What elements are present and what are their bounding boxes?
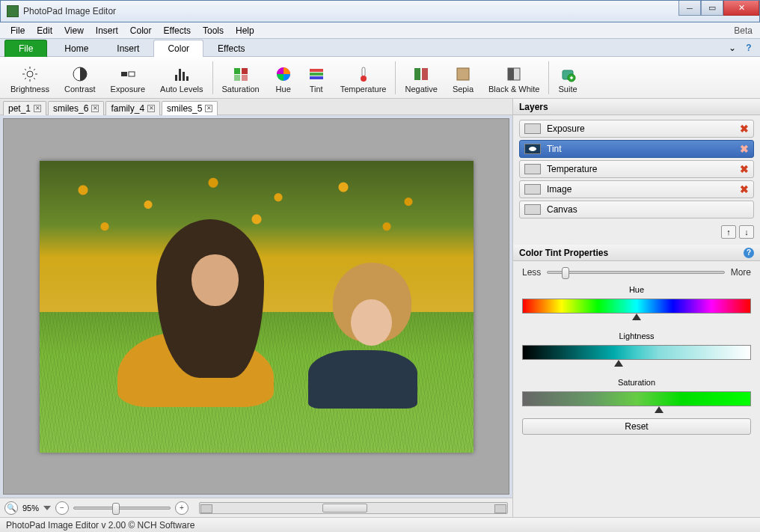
brightness-icon xyxy=(21,65,39,83)
maximize-button[interactable]: ▭ xyxy=(701,1,723,16)
ribbon-tab-file[interactable]: File xyxy=(4,40,47,57)
move-layer-down-button[interactable]: ↓ xyxy=(739,225,754,239)
svg-rect-30 xyxy=(508,68,514,80)
svg-rect-23 xyxy=(310,76,323,79)
help-icon[interactable]: ? xyxy=(742,41,756,55)
menu-effects[interactable]: Effects xyxy=(158,24,197,37)
delete-layer-icon[interactable]: ✖ xyxy=(740,163,749,175)
layer-tint[interactable]: Tint✖ xyxy=(519,140,754,158)
toolbar-separator xyxy=(548,61,549,94)
close-icon[interactable]: ✕ xyxy=(205,105,212,112)
move-layer-up-button[interactable]: ↑ xyxy=(721,225,736,239)
svg-rect-17 xyxy=(242,68,248,74)
close-icon[interactable]: ✕ xyxy=(147,105,155,112)
delete-layer-icon[interactable]: ✖ xyxy=(740,123,749,135)
tool-sepia[interactable]: Sepia xyxy=(445,61,481,95)
menu-bar: File Edit View Insert Color Effects Tool… xyxy=(0,22,760,39)
zoom-out-icon[interactable]: − xyxy=(55,501,69,515)
zoom-tool-icon[interactable]: 🔍 xyxy=(4,501,18,515)
blackwhite-icon xyxy=(505,65,523,83)
close-icon[interactable]: ✕ xyxy=(34,105,41,112)
less-label: Less xyxy=(522,267,541,278)
layer-thumb-icon xyxy=(524,164,541,174)
layer-exposure[interactable]: Exposure✖ xyxy=(519,120,754,138)
zoom-percent: 95% xyxy=(22,504,39,513)
status-bar: PhotoPad Image Editor v 2.00 © NCH Softw… xyxy=(0,517,760,532)
toolbar-separator xyxy=(395,61,396,94)
ribbon-tab-color[interactable]: Color xyxy=(153,40,203,57)
menu-help[interactable]: Help xyxy=(230,24,260,37)
tool-saturation[interactable]: Saturation xyxy=(215,61,267,95)
menu-view[interactable]: View xyxy=(58,24,90,37)
doc-tab-smiles5[interactable]: smiles_5✕ xyxy=(162,101,218,115)
svg-rect-22 xyxy=(310,73,323,76)
ribbon-tab-insert[interactable]: Insert xyxy=(102,40,153,57)
lightness-slider[interactable] xyxy=(522,345,751,360)
menu-insert[interactable]: Insert xyxy=(90,24,124,37)
saturation-slider[interactable] xyxy=(522,391,751,406)
svg-line-7 xyxy=(25,78,26,79)
toolbar-separator xyxy=(212,61,213,94)
zoom-dropdown-icon[interactable] xyxy=(43,506,51,510)
tool-autolevels[interactable]: Auto Levels xyxy=(153,61,210,95)
svg-rect-19 xyxy=(242,75,248,81)
temperature-icon xyxy=(355,65,373,83)
tool-exposure[interactable]: Exposure xyxy=(103,61,153,95)
layers-header: Layers xyxy=(513,99,760,115)
svg-rect-14 xyxy=(183,72,185,81)
layer-canvas[interactable]: Canvas✖ xyxy=(519,201,754,218)
close-button[interactable]: ✕ xyxy=(723,1,759,16)
doc-tab-family4[interactable]: family_4✕ xyxy=(105,101,160,115)
doc-tab-smiles6[interactable]: smiles_6✕ xyxy=(48,101,104,115)
layer-thumb-icon xyxy=(524,184,541,195)
intensity-slider[interactable] xyxy=(547,271,724,274)
layer-order-controls: ↑ ↓ xyxy=(513,222,760,245)
menu-edit[interactable]: Edit xyxy=(31,24,58,37)
title-bar: PhotoPad Image Editor ─ ▭ ✕ xyxy=(0,0,760,22)
canvas-viewport[interactable] xyxy=(3,118,509,495)
tool-suite[interactable]: Suite xyxy=(551,61,584,95)
svg-rect-15 xyxy=(186,76,189,81)
doc-tab-pet1[interactable]: pet_1✕ xyxy=(3,101,46,115)
svg-rect-24 xyxy=(362,67,365,76)
tool-negative[interactable]: Negative xyxy=(397,61,444,95)
zoom-in-icon[interactable]: + xyxy=(175,501,189,515)
tool-temperature[interactable]: Temperature xyxy=(333,61,394,95)
hue-slider[interactable] xyxy=(522,299,751,314)
layer-thumb-icon xyxy=(524,123,541,134)
svg-rect-16 xyxy=(234,68,240,74)
properties-help-icon[interactable]: ? xyxy=(744,248,754,258)
minimize-button[interactable]: ─ xyxy=(678,1,701,16)
zoom-bar: 🔍 95% − + xyxy=(0,498,512,517)
reset-button[interactable]: Reset xyxy=(522,418,751,435)
delete-layer-icon[interactable]: ✖ xyxy=(740,143,749,155)
menu-file[interactable]: File xyxy=(4,24,31,37)
hue-icon xyxy=(275,65,292,83)
chevron-down-icon[interactable]: ⌄ xyxy=(726,41,739,55)
layer-visible-icon xyxy=(524,144,541,154)
ribbon-tab-effects[interactable]: Effects xyxy=(203,40,259,57)
ribbon-tabs: File Home Insert Color Effects ⌄ ? xyxy=(0,39,760,57)
side-panel: Layers Exposure✖ Tint✖ Temperature✖ Imag… xyxy=(513,99,760,517)
layer-image[interactable]: Image✖ xyxy=(519,180,754,198)
window-controls: ─ ▭ ✕ xyxy=(678,1,759,16)
autolevels-icon xyxy=(173,65,191,83)
delete-layer-icon[interactable]: ✖ xyxy=(740,183,749,195)
ribbon-tab-home[interactable]: Home xyxy=(50,40,102,57)
svg-rect-21 xyxy=(310,69,323,72)
svg-rect-26 xyxy=(414,68,420,80)
close-icon[interactable]: ✕ xyxy=(91,105,99,112)
saturation-icon xyxy=(232,65,250,83)
zoom-slider[interactable] xyxy=(73,507,171,510)
menu-color[interactable]: Color xyxy=(124,24,158,37)
tool-blackwhite[interactable]: Black & White xyxy=(481,61,547,95)
tool-contrast[interactable]: Contrast xyxy=(57,61,103,95)
layer-temperature[interactable]: Temperature✖ xyxy=(519,160,754,178)
menu-tools[interactable]: Tools xyxy=(197,24,230,37)
svg-line-5 xyxy=(25,69,26,70)
horizontal-scrollbar[interactable] xyxy=(199,502,508,514)
svg-rect-28 xyxy=(457,68,469,80)
tool-brightness[interactable]: Brightness xyxy=(3,61,57,95)
tool-hue[interactable]: Hue xyxy=(267,61,300,95)
tool-tint[interactable]: Tint xyxy=(300,61,333,95)
